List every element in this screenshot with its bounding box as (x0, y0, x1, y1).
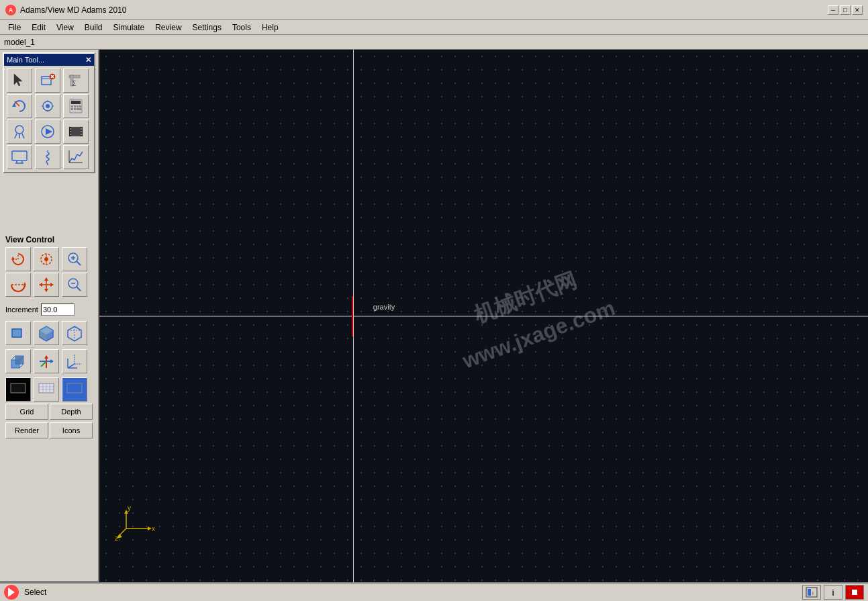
vc-pan[interactable] (34, 273, 59, 297)
svg-marker-0 (14, 74, 22, 86)
tool-undo[interactable] (7, 94, 32, 118)
vc-rotate-xy[interactable] (5, 247, 31, 271)
menu-tools[interactable]: Tools (227, 21, 256, 34)
svg-marker-88 (44, 355, 48, 359)
svg-rect-37 (70, 134, 71, 135)
btn-icons[interactable]: Icons (50, 422, 93, 438)
menu-bar: File Edit View Build Simulate Review Set… (0, 20, 868, 35)
menu-help[interactable]: Help (256, 21, 284, 34)
increment-input[interactable] (41, 304, 75, 316)
vc-rotate-x[interactable] (5, 273, 31, 297)
app-icon: A (5, 5, 16, 15)
increment-row: Increment (3, 301, 77, 318)
model-name: model_1 (4, 38, 35, 47)
h-crosshair (99, 316, 868, 316)
menu-settings[interactable]: Settings (187, 21, 227, 34)
svg-line-69 (77, 287, 81, 291)
svg-marker-65 (44, 289, 48, 292)
menu-edit[interactable]: Edit (26, 21, 51, 34)
main-tool-floater: Main Tool... ✕ ∑ (3, 52, 95, 173)
btn-blue-bg[interactable] (62, 377, 87, 402)
svg-rect-102 (67, 383, 82, 393)
maximize-button[interactable]: □ (840, 5, 851, 15)
gravity-line (352, 296, 353, 336)
tool-plot[interactable] (63, 145, 89, 169)
view-control-label: View Control (5, 235, 93, 244)
svg-rect-36 (70, 131, 71, 132)
main-tool-close[interactable]: ✕ (85, 56, 91, 64)
close-button[interactable]: ✕ (852, 5, 863, 15)
svg-rect-117 (852, 590, 857, 595)
vp-iso[interactable] (34, 321, 59, 345)
svg-marker-51 (11, 257, 15, 260)
menu-simulate[interactable]: Simulate (108, 21, 150, 34)
svg-marker-89 (50, 359, 54, 363)
view-control-grid (5, 247, 93, 297)
minimize-button[interactable]: ─ (828, 5, 838, 15)
menu-file[interactable]: File (3, 21, 26, 34)
svg-rect-39 (81, 131, 82, 132)
increment-label: Increment (5, 306, 38, 314)
tool-calculator[interactable] (63, 94, 89, 118)
vp-right[interactable] (62, 321, 87, 345)
tool-film[interactable] (63, 120, 89, 144)
svg-rect-25 (77, 108, 81, 110)
vc-zoom[interactable] (62, 273, 87, 297)
svg-line-90 (68, 364, 75, 368)
svg-text:z: z (115, 535, 118, 542)
status-btn-1[interactable]: i (802, 585, 821, 600)
view-presets-row1 (3, 318, 95, 348)
btn-render[interactable]: Render (5, 422, 48, 438)
btn-grid[interactable] (34, 377, 59, 402)
display-buttons (3, 375, 95, 404)
btn-depth-toggle[interactable]: Depth (50, 404, 93, 420)
tool-springs[interactable] (35, 145, 60, 169)
svg-rect-24 (74, 108, 76, 110)
status-btn-stop[interactable] (845, 585, 864, 600)
btn-black-bg[interactable] (5, 377, 31, 402)
bottom-buttons: Grid Depth Render Icons (3, 402, 95, 440)
status-btn-info[interactable]: i (824, 585, 842, 600)
window-controls[interactable]: ─ □ ✕ (828, 5, 863, 15)
vp-front[interactable] (5, 321, 31, 345)
tool-settings[interactable]: ∑ (63, 68, 89, 93)
svg-marker-112 (8, 588, 15, 597)
svg-rect-41 (12, 151, 27, 160)
main-tool-header[interactable]: Main Tool... ✕ (4, 54, 94, 66)
svg-line-87 (41, 361, 46, 367)
tool-camera[interactable] (35, 94, 60, 118)
menu-build[interactable]: Build (79, 21, 108, 34)
svg-rect-38 (81, 128, 82, 130)
tool-animate[interactable] (35, 120, 60, 144)
vp-grid3d[interactable] (62, 349, 87, 373)
vc-rotate-target[interactable] (34, 247, 59, 271)
vc-zoom-window[interactable] (62, 247, 87, 271)
svg-rect-1 (42, 77, 51, 85)
tool-display[interactable] (7, 145, 32, 169)
model-name-bar: model_1 (0, 35, 868, 50)
svg-marker-67 (50, 283, 54, 287)
gravity-label: gravity (373, 303, 395, 311)
svg-line-27 (15, 134, 17, 138)
view-control-section: View Control (3, 232, 95, 299)
svg-line-57 (77, 261, 81, 265)
svg-rect-20 (74, 105, 76, 107)
svg-text:x: x (152, 525, 155, 533)
status-right: i i (802, 585, 864, 600)
canvas-area: gravity 机械时代网 www.jxage.com y x z (99, 50, 868, 582)
menu-review[interactable]: Review (150, 21, 187, 34)
svg-line-84 (19, 364, 23, 368)
tool-select[interactable] (7, 68, 32, 93)
svg-text:∑: ∑ (72, 79, 76, 86)
main-tool-grid: ∑ (4, 66, 94, 172)
tool-bodies[interactable] (7, 120, 32, 144)
svg-line-82 (11, 356, 15, 360)
vp-3dbox[interactable] (5, 349, 31, 373)
svg-marker-61 (23, 282, 26, 285)
btn-grid-toggle[interactable]: Grid (5, 404, 48, 420)
tool-edit[interactable] (35, 68, 60, 93)
vp-axes[interactable] (34, 349, 59, 373)
svg-point-26 (15, 126, 23, 134)
svg-marker-66 (39, 283, 42, 287)
menu-view[interactable]: View (51, 21, 79, 34)
